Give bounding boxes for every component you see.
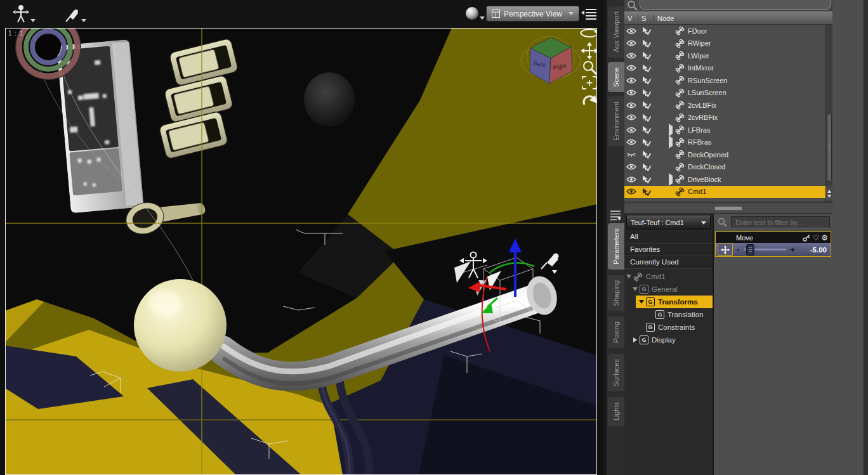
viewport-options-button[interactable]	[581, 8, 598, 20]
parameter-group-row[interactable]: G Constraints	[624, 321, 713, 334]
scrollbar-buttons[interactable]	[826, 186, 832, 200]
gizmo-axis-z[interactable]	[481, 298, 497, 313]
expand-arrow-icon[interactable]	[669, 138, 675, 146]
selectable-toggle[interactable]	[638, 64, 654, 72]
expand-arrow-icon[interactable]	[632, 287, 638, 291]
selectable-toggle[interactable]	[638, 76, 654, 84]
parameter-group-row[interactable]: G Display	[624, 334, 713, 346]
scene-node-row[interactable]: RWiper	[624, 37, 832, 50]
scene-node-row[interactable]: DriveBlock	[624, 173, 832, 186]
scene-node-row[interactable]: RSunScreen	[624, 74, 832, 87]
panel-tab-scene[interactable]: Scene	[608, 62, 624, 92]
visibility-toggle[interactable]	[624, 151, 638, 158]
expand-arrow-icon[interactable]	[669, 126, 675, 134]
figure-overlay-icon[interactable]	[459, 252, 487, 285]
panel-tab-environment[interactable]: Environment	[608, 96, 624, 146]
splitter-grip[interactable]	[714, 206, 742, 211]
visibility-toggle[interactable]	[624, 188, 638, 195]
filter-item-currently-used[interactable]: Currently Used	[624, 256, 713, 269]
gizmo-axis-y[interactable]	[509, 238, 522, 297]
pane-splitter[interactable]	[624, 202, 832, 214]
scene-node-row[interactable]: DeckOpened	[624, 148, 832, 161]
gizmo-axis-x[interactable]	[468, 281, 506, 292]
transform-gizmo[interactable]	[454, 238, 534, 351]
selectable-toggle[interactable]	[638, 126, 654, 134]
filter-item-favorites[interactable]: Favorites	[624, 244, 713, 256]
view-cube[interactable]: Back Right	[520, 29, 581, 88]
scene-node-row[interactable]: IntMirror	[624, 62, 832, 75]
zoom-tool-icon[interactable]	[584, 62, 596, 74]
visibility-toggle[interactable]	[624, 28, 638, 34]
decrement-button[interactable]: -	[735, 245, 741, 254]
view-selector-dropdown[interactable]: Perspective View	[486, 6, 579, 22]
selectable-toggle[interactable]	[638, 89, 654, 97]
visibility-toggle[interactable]	[624, 176, 638, 183]
visibility-toggle[interactable]	[624, 65, 638, 71]
selectable-toggle[interactable]	[638, 188, 654, 196]
pan-tool-icon[interactable]	[581, 42, 598, 60]
scroll-up-icon[interactable]	[827, 190, 831, 193]
scene-node-row[interactable]: FDoor	[624, 25, 832, 37]
pane-dock-icon[interactable]	[609, 209, 622, 221]
scrollbar-thumb[interactable]	[827, 114, 832, 181]
scene-node-row[interactable]: LWiper	[624, 49, 832, 62]
viewport-camera-tools[interactable]	[581, 29, 599, 105]
scene-node-row[interactable]: LSunScreen	[624, 87, 832, 100]
gizmo-rotate-green[interactable]	[490, 263, 534, 273]
parameter-group-row[interactable]: G Translation	[624, 308, 713, 321]
selectable-toggle[interactable]	[638, 51, 654, 60]
frame-tool-icon[interactable]	[582, 77, 596, 89]
move-drag-button[interactable]	[718, 244, 733, 256]
visibility-toggle[interactable]	[624, 139, 638, 145]
filter-item-all[interactable]: All	[624, 231, 713, 244]
drawstyle-button[interactable]	[466, 6, 485, 20]
scope-selector-dropdown[interactable]: Teuf-Teuf : Cmd1	[626, 216, 711, 230]
selectable-toggle[interactable]	[638, 27, 654, 35]
selectable-toggle[interactable]	[638, 138, 654, 146]
panel-tab-aux-viewport[interactable]: Aux Viewport	[608, 6, 624, 58]
parameter-move[interactable]: Move ♡ ⚙	[715, 231, 831, 257]
scene-node-row[interactable]: RFBras	[624, 136, 832, 149]
expand-arrow-icon[interactable]	[669, 176, 675, 183]
panel-tab-surfaces[interactable]: Surfaces	[608, 354, 624, 391]
parameter-group-row[interactable]: G General	[624, 283, 713, 296]
visibility-toggle[interactable]	[624, 127, 638, 133]
selectable-toggle[interactable]	[638, 175, 654, 183]
key-icon[interactable]	[803, 234, 810, 242]
scene-node-row[interactable]: Cmd1	[624, 186, 832, 198]
viewport-pane[interactable]: Perspective View	[0, 0, 603, 475]
expand-arrow-icon[interactable]	[638, 300, 645, 304]
3d-scene-canvas[interactable]: Back Right	[0, 0, 603, 475]
node-selection-tool-button[interactable]	[13, 5, 36, 24]
selectable-toggle[interactable]	[638, 163, 654, 171]
favorite-heart-icon[interactable]: ♡	[812, 234, 819, 242]
expand-arrow-icon[interactable]	[626, 275, 632, 278]
parameter-value[interactable]: -5.00	[798, 246, 829, 254]
scrollbar[interactable]	[825, 25, 832, 202]
visibility-toggle[interactable]	[624, 40, 638, 46]
parameter-group-row[interactable]: Cmd1	[624, 270, 713, 283]
visibility-toggle[interactable]	[624, 53, 638, 59]
filter-input[interactable]	[731, 216, 830, 228]
visibility-toggle[interactable]	[624, 114, 638, 120]
increment-button[interactable]: +	[789, 245, 796, 254]
visibility-toggle[interactable]	[624, 102, 638, 108]
scene-node-row[interactable]: DeckClosed	[624, 161, 832, 174]
panel-tab-parameters[interactable]: Parameters	[608, 223, 624, 270]
scene-search-field[interactable]	[640, 0, 831, 10]
expand-arrow-icon[interactable]	[632, 337, 638, 342]
gear-icon[interactable]: ⚙	[821, 234, 828, 242]
visibility-toggle[interactable]	[624, 77, 638, 84]
visibility-toggle[interactable]	[624, 164, 638, 170]
pin-tool-button[interactable]	[65, 8, 86, 23]
selectable-toggle[interactable]	[638, 150, 654, 159]
orbit-tool-icon[interactable]	[581, 29, 599, 37]
panel-tab-posing[interactable]: Posing	[608, 316, 624, 348]
selectable-toggle[interactable]	[638, 101, 654, 109]
scene-search-bar[interactable]	[624, 0, 832, 11]
scroll-down-icon[interactable]	[827, 195, 831, 198]
parameter-group-row[interactable]: G Transforms	[636, 296, 713, 308]
visibility-toggle[interactable]	[624, 89, 638, 96]
home-view-icon[interactable]	[584, 95, 597, 105]
pin-overlay-icon[interactable]	[541, 254, 559, 275]
